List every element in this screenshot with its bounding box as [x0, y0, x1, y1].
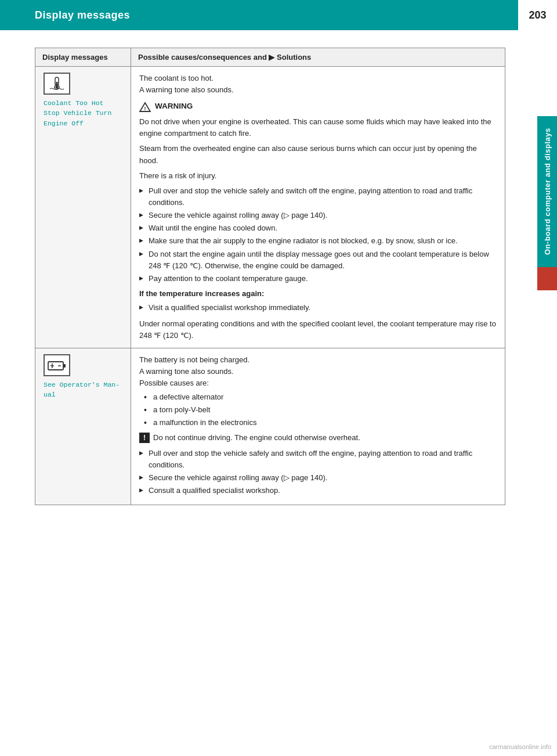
list-item: Wait until the engine has cooled down.	[139, 222, 497, 234]
header-title-area: Display messages	[0, 0, 516, 30]
display-messages-table: Display messages Possible causes/consequ…	[35, 48, 505, 505]
coolant-bullet-list: Pull over and stop the vehicle safely an…	[139, 185, 497, 285]
page-number: 203	[516, 0, 557, 30]
coolant-intro-2: A warning tone also sounds.	[139, 84, 497, 96]
notice-box: ! Do not continue driving. The engine co…	[139, 432, 497, 444]
warning-text-1: Do not drive when your engine is overhea…	[139, 116, 497, 139]
battery-icon-label: See Operator's Man-ual	[44, 380, 120, 400]
list-item: Make sure that the air supply to the eng…	[139, 235, 497, 247]
icon-area-battery: See Operator's Man-ual	[44, 354, 122, 400]
battery-intro-2: A warning tone also sounds.	[139, 366, 497, 377]
display-message-cell-battery: See Operator's Man-ual	[35, 348, 131, 505]
watermark: carmanualsonline.info	[489, 743, 551, 750]
battery-intro-3: Possible causes are:	[139, 377, 497, 389]
coolant-icon-label: Coolant Too HotStop Vehicle TurnEngine O…	[44, 98, 111, 128]
if-temperature-label: If the temperature increases again:	[139, 288, 497, 300]
display-message-cell-coolant: Coolant Too HotStop Vehicle TurnEngine O…	[35, 67, 131, 348]
svg-text:!: !	[144, 106, 146, 111]
col-header-solutions: Possible causes/consequences and ▶ Solut…	[131, 48, 505, 67]
table-row: Coolant Too HotStop Vehicle TurnEngine O…	[35, 67, 505, 348]
list-item: Do not start the engine again until the …	[139, 249, 497, 272]
list-item: a malfunction in the electronics	[144, 417, 497, 429]
solutions-cell-coolant: The coolant is too hot. A warning tone a…	[131, 67, 505, 348]
warning-text-3: There is a risk of injury.	[139, 170, 497, 182]
solutions-cell-battery: The battery is not being charged. A warn…	[131, 348, 505, 505]
side-marker	[537, 267, 557, 290]
notice-text: Do not continue driving. The engine coul…	[153, 432, 360, 444]
page-header: Display messages 203	[0, 0, 557, 30]
coolant-icon	[47, 76, 67, 91]
coolant-intro-1: The coolant is too hot.	[139, 73, 497, 84]
svg-rect-7	[63, 364, 66, 368]
col-header-display-messages: Display messages	[35, 48, 131, 67]
warning-label-text: WARNING	[155, 100, 193, 113]
list-item: a torn poly-V-belt	[144, 404, 497, 416]
list-item: Consult a qualified specialist workshop.	[139, 485, 497, 496]
notice-icon: !	[139, 433, 150, 443]
coolant-icon-box	[44, 73, 70, 95]
list-item: Visit a qualified specialist workshop im…	[139, 302, 497, 314]
warning-triangle-icon: !	[139, 102, 151, 112]
battery-icon-box	[44, 354, 70, 376]
coolant-footer: Under normal operating conditions and wi…	[139, 318, 497, 341]
warning-header: ! WARNING	[139, 100, 497, 113]
table-header-row: Display messages Possible causes/consequ…	[35, 48, 505, 67]
header-title: Display messages	[35, 9, 130, 21]
list-item: Pay attention to the coolant temperature…	[139, 273, 497, 285]
list-item: Pull over and stop the vehicle safely an…	[139, 448, 497, 471]
triangle-icon: !	[139, 102, 151, 112]
battery-intro-1: The battery is not being charged.	[139, 354, 497, 366]
battery-icon	[47, 358, 67, 373]
list-item: Pull over and stop the vehicle safely an…	[139, 185, 497, 208]
warning-text-2: Steam from the overheated engine can als…	[139, 143, 497, 166]
svg-rect-6	[48, 362, 63, 370]
list-item: a defective alternator	[144, 391, 497, 403]
after-bold-list: Visit a qualified specialist workshop im…	[139, 302, 497, 314]
battery-dot-list: a defective alternator a torn poly-V-bel…	[144, 391, 497, 429]
icon-area-coolant: Coolant Too HotStop Vehicle TurnEngine O…	[44, 73, 122, 128]
battery-bullet-list: Pull over and stop the vehicle safely an…	[139, 448, 497, 497]
table-row: See Operator's Man-ual The battery is no…	[35, 348, 505, 505]
list-item: Secure the vehicle against rolling away …	[139, 472, 497, 484]
main-content: Display messages Possible causes/consequ…	[0, 30, 537, 523]
list-item: Secure the vehicle against rolling away …	[139, 210, 497, 221]
side-tab-label: On-board computer and displays	[537, 116, 557, 267]
